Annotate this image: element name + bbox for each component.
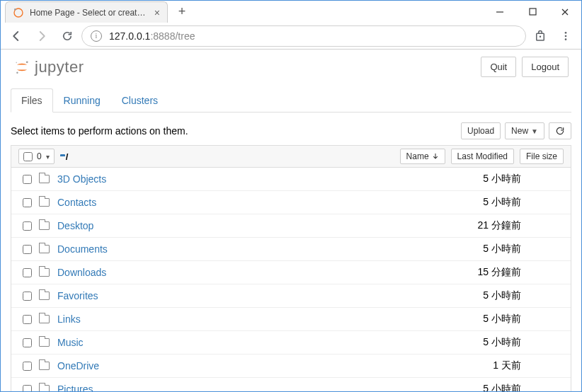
item-name-link[interactable]: Desktop [57, 220, 93, 231]
sort-modified-button[interactable]: Last Modified [451, 149, 514, 164]
window-minimize-button[interactable] [484, 1, 516, 23]
action-hint: Select items to perform actions on them. [11, 125, 188, 137]
row-checkbox[interactable] [23, 292, 32, 301]
svg-point-9 [565, 35, 567, 37]
select-all-dropdown[interactable]: 0 ▾ [18, 149, 55, 164]
jupyter-logo-text: jupyter [35, 58, 84, 76]
file-row: Downloads15 分鐘前 [11, 261, 571, 284]
row-checkbox[interactable] [23, 362, 32, 371]
tab-running[interactable]: Running [53, 88, 111, 113]
row-checkbox[interactable] [23, 198, 32, 207]
item-modified: 5 小時前 [464, 383, 564, 391]
row-checkbox[interactable] [23, 175, 32, 184]
dashboard-tabs: Files Running Clusters [11, 88, 571, 113]
jupyter-logo-icon [13, 59, 30, 76]
row-checkbox[interactable] [23, 385, 32, 392]
svg-point-11 [26, 61, 28, 63]
reload-button[interactable] [56, 25, 79, 47]
item-modified: 21 分鐘前 [464, 219, 564, 232]
item-name-link[interactable]: 3D Objects [57, 173, 106, 185]
window-maximize-button[interactable] [516, 1, 549, 23]
row-checkbox[interactable] [23, 268, 32, 277]
file-list: 0 ▾ / Name Last Modified File size 3D Ob… [11, 145, 571, 391]
site-info-icon[interactable]: i [91, 30, 102, 42]
folder-icon [39, 385, 50, 391]
item-name-link[interactable]: Links [57, 313, 81, 325]
item-modified: 5 小時前 [464, 173, 564, 185]
url-path: /tree [175, 30, 195, 42]
browser-tabstrip: Home Page - Select or create a × + [1, 1, 484, 23]
quit-button[interactable]: Quit [481, 57, 516, 77]
browser-toolbar: i 127.0.0.1:8888/tree [1, 23, 581, 50]
tab-files[interactable]: Files [11, 88, 53, 113]
folder-icon [39, 338, 50, 347]
new-dropdown[interactable]: New▼ [505, 122, 544, 139]
url-host: 127.0.0.1 [109, 30, 150, 42]
url-port: :8888 [150, 30, 175, 42]
arrow-down-icon [432, 153, 439, 160]
browser-tab-title: Home Page - Select or create a [30, 8, 146, 18]
file-row: Documents5 小時前 [11, 238, 571, 261]
svg-point-12 [16, 71, 18, 73]
forward-button[interactable] [30, 25, 53, 47]
select-all-checkbox[interactable] [23, 152, 33, 161]
item-modified: 15 分鐘前 [464, 266, 564, 279]
sort-size-button[interactable]: File size [520, 149, 564, 164]
file-row: OneDrive1 天前 [11, 354, 571, 378]
refresh-button[interactable] [549, 122, 571, 139]
browser-tab-active[interactable]: Home Page - Select or create a × [5, 1, 168, 23]
item-modified: 5 小時前 [464, 313, 564, 325]
address-bar[interactable]: i 127.0.0.1:8888/tree [81, 25, 526, 47]
item-name-link[interactable]: Contacts [57, 197, 96, 208]
item-name-link[interactable]: Music [57, 337, 84, 348]
page-scroll-area[interactable]: jupyter Quit Logout Files Running Cluste… [1, 50, 581, 391]
window-titlebar: Home Page - Select or create a × + [1, 1, 581, 23]
folder-icon [39, 198, 50, 207]
selected-count: 0 [37, 151, 42, 161]
logout-button[interactable]: Logout [522, 57, 569, 77]
item-name-link[interactable]: Documents [57, 243, 108, 255]
jupyter-favicon [13, 7, 24, 18]
folder-icon [39, 292, 50, 300]
back-button[interactable] [5, 25, 28, 47]
window-controls [484, 1, 581, 23]
caret-down-icon: ▾ [46, 153, 50, 161]
folder-icon [39, 268, 50, 277]
jupyter-header: jupyter Quit Logout [11, 50, 571, 79]
window-close-button[interactable] [549, 1, 581, 23]
caret-down-icon: ▼ [531, 127, 538, 135]
item-name-link[interactable]: Favorites [57, 290, 98, 301]
row-checkbox[interactable] [23, 245, 32, 254]
account-icon[interactable] [529, 25, 552, 47]
url-text: 127.0.0.1:8888/tree [109, 30, 195, 42]
file-row: Desktop21 分鐘前 [11, 214, 571, 238]
file-row: Music5 小時前 [11, 331, 571, 354]
browser-menu-icon[interactable] [554, 25, 577, 47]
row-checkbox[interactable] [23, 315, 32, 324]
svg-point-13 [16, 62, 17, 63]
item-name-link[interactable]: Pictures [57, 384, 93, 391]
tab-close-icon[interactable]: × [154, 8, 160, 18]
item-name-link[interactable]: Downloads [57, 267, 106, 278]
item-name-link[interactable]: OneDrive [57, 360, 99, 371]
sort-name-button[interactable]: Name [400, 149, 445, 164]
file-row: Pictures5 小時前 [11, 378, 571, 391]
folder-icon [39, 245, 50, 253]
breadcrumb-root[interactable]: / [66, 151, 69, 162]
file-row: Links5 小時前 [11, 308, 571, 331]
upload-button[interactable]: Upload [461, 122, 501, 139]
row-checkbox[interactable] [23, 221, 32, 231]
jupyter-logo[interactable]: jupyter [13, 58, 84, 76]
file-row: Contacts5 小時前 [11, 191, 571, 214]
folder-icon [39, 175, 50, 183]
folder-icon [39, 362, 50, 370]
tab-clusters[interactable]: Clusters [111, 88, 169, 113]
svg-point-7 [540, 35, 541, 37]
folder-icon [39, 315, 50, 323]
item-modified: 5 小時前 [464, 336, 564, 349]
item-modified: 5 小時前 [464, 289, 564, 302]
new-tab-button[interactable]: + [172, 2, 192, 22]
item-modified: 1 天前 [464, 359, 564, 372]
files-toolbar: Select items to perform actions on them.… [11, 122, 571, 139]
row-checkbox[interactable] [23, 338, 32, 347]
